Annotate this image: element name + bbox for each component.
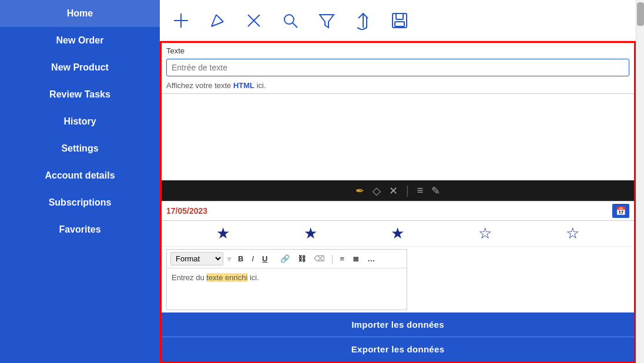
sidebar-item-subscriptions[interactable]: Subscriptions	[0, 189, 160, 216]
star-1[interactable]: ★	[216, 224, 230, 243]
star-3[interactable]: ★	[391, 224, 404, 243]
star-4[interactable]: ☆	[478, 224, 492, 243]
rte-clear-btn[interactable]: ⌫	[311, 253, 327, 264]
content-area: Texte Affichez votre texte HTML ici. ✒ ◇…	[160, 41, 636, 363]
dark-toolbar: ✒ ◇ ✕ | ≡ ✎	[162, 180, 634, 201]
bottom-buttons: Importer les données Exporter les donnée…	[162, 312, 634, 361]
rte-list-ordered-btn[interactable]: ≡	[337, 253, 348, 264]
sidebar: Home New Order New Product Review Tasks …	[0, 0, 160, 363]
rich-editor: Format Heading 1 Heading 2 Normal ▾ B I …	[166, 249, 407, 310]
star-2[interactable]: ★	[304, 224, 317, 243]
rte-italic-btn[interactable]: I	[249, 253, 257, 264]
date-row: 📅	[162, 201, 634, 221]
add-icon[interactable]	[172, 11, 190, 30]
sidebar-item-new-product[interactable]: New Product	[0, 54, 160, 81]
sidebar-item-settings[interactable]: Settings	[0, 135, 160, 162]
date-input[interactable]	[166, 206, 612, 216]
delete-icon[interactable]	[244, 11, 263, 30]
rte-more-btn[interactable]: …	[364, 253, 378, 264]
rte-content[interactable]: Entrez du texte enrichi ici.	[167, 268, 407, 310]
main-content: Texte Affichez votre texte HTML ici. ✒ ◇…	[160, 0, 636, 363]
edit-icon[interactable]	[208, 11, 227, 30]
svg-line-3	[216, 15, 223, 22]
sidebar-item-favorites[interactable]: Favorites	[0, 216, 160, 243]
import-button[interactable]: Importer les données	[162, 312, 634, 337]
sidebar-item-account-details[interactable]: Account details	[0, 162, 160, 189]
export-button[interactable]: Exporter les données	[162, 337, 634, 361]
sidebar-item-review-tasks[interactable]: Review Tasks	[0, 81, 160, 108]
rte-list-unordered-btn[interactable]: ≣	[350, 253, 362, 264]
rte-toolbar: Format Heading 1 Heading 2 Normal ▾ B I …	[167, 250, 407, 268]
rte-unlink-btn[interactable]: ⛓	[295, 253, 308, 264]
star-5[interactable]: ☆	[566, 224, 579, 243]
html-tag: HTML	[233, 81, 254, 90]
toolbar	[160, 0, 636, 41]
svg-rect-14	[395, 22, 404, 26]
rte-sep1: ▾	[227, 253, 232, 264]
rte-underline-btn[interactable]: U	[259, 253, 270, 264]
svg-marker-9	[320, 15, 334, 28]
scrollbar-thumb[interactable]	[637, 2, 644, 26]
sidebar-item-history[interactable]: History	[0, 108, 160, 135]
edit-dark-icon[interactable]: ✎	[431, 184, 440, 197]
html-preview: Affichez votre texte HTML ici.	[162, 79, 634, 93]
rte-placeholder-text: Entrez du texte enrichi ici.	[172, 273, 259, 282]
rte-sep3: |	[331, 254, 333, 264]
scrollbar-track[interactable]	[636, 0, 644, 363]
close-dark-icon[interactable]: ✕	[389, 184, 398, 197]
text-section-label: Texte	[162, 43, 634, 56]
sidebar-item-new-order[interactable]: New Order	[0, 27, 160, 54]
align-icon[interactable]: ≡	[417, 184, 424, 197]
search-icon[interactable]	[281, 11, 300, 30]
rte-highlight: texte enrichi	[206, 273, 247, 282]
svg-rect-13	[396, 14, 403, 19]
text-input[interactable]	[166, 59, 629, 76]
sidebar-item-home[interactable]: Home	[0, 0, 160, 27]
svg-line-8	[293, 23, 297, 28]
rte-bold-btn[interactable]: B	[235, 253, 246, 264]
stars-row: ★ ★ ★ ☆ ☆	[162, 221, 634, 247]
text-section: Texte Affichez votre texte HTML ici.	[162, 43, 634, 93]
toolbar-separator: |	[406, 184, 409, 197]
sort-icon[interactable]	[354, 11, 373, 30]
rte-format-select[interactable]: Format Heading 1 Heading 2 Normal	[170, 252, 223, 265]
save-icon[interactable]	[390, 11, 409, 30]
rte-link-btn[interactable]: 🔗	[277, 253, 293, 264]
calendar-icon[interactable]: 📅	[612, 204, 629, 218]
eraser-icon[interactable]: ◇	[373, 184, 381, 197]
rich-text-area[interactable]	[162, 93, 634, 180]
filter-icon[interactable]	[317, 11, 336, 30]
svg-point-7	[284, 15, 294, 24]
text-input-wrapper	[162, 56, 634, 79]
pen-icon[interactable]: ✒	[355, 184, 364, 197]
